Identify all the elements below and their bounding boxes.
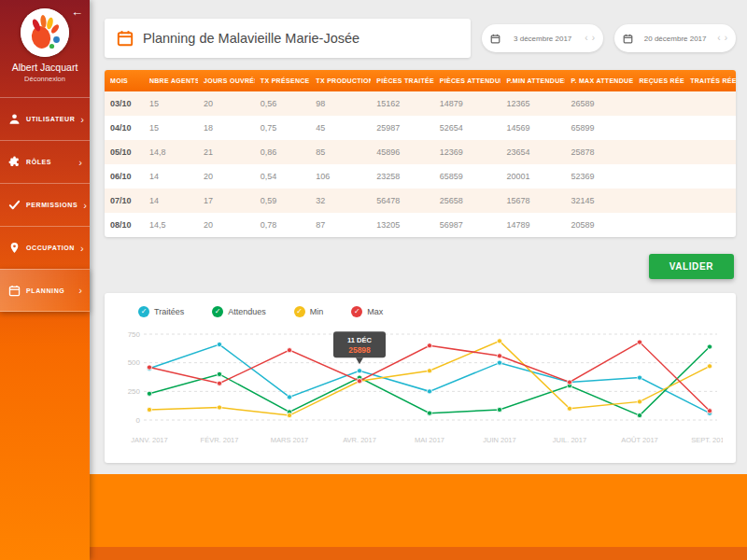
column-header: PIÈCES TRAITÉES [371, 70, 434, 91]
table-cell: 65859 [434, 164, 501, 189]
sidebar-menu: UTILISATEUR›RÔLES›PERMISSIONS›OCCUPATION… [0, 97, 90, 312]
validate-button[interactable]: VALIDER [649, 254, 734, 279]
column-header: PIÈCES ATTENDUES [434, 70, 501, 91]
cell-reel-input[interactable] [684, 164, 736, 189]
data-point[interactable] [427, 369, 431, 373]
checkmark-icon [8, 199, 21, 211]
sidebar-item-utilisateur[interactable]: UTILISATEUR› [0, 97, 90, 140]
date-picker-from[interactable]: 3 décembre 2017 ‹ › [482, 24, 603, 52]
table-cell: 23258 [371, 164, 434, 189]
table-row: 07/1014170,593256478256581567832145 [105, 189, 736, 213]
data-point[interactable] [497, 339, 501, 343]
planning-chart: 0250500750JANV. 2017FÉVR. 2017MARS 2017A… [118, 323, 723, 452]
data-point[interactable] [147, 407, 151, 412]
data-point[interactable] [497, 407, 501, 412]
data-point[interactable] [287, 413, 291, 417]
sidebar-item-label: RÔLES [26, 159, 51, 165]
legend-item-max[interactable]: ✓Max [351, 306, 383, 317]
table-cell: 14879 [434, 91, 501, 116]
cell-reel-input[interactable] [633, 91, 684, 116]
chevron-right-icon[interactable]: › [592, 34, 595, 43]
table-cell: 12369 [434, 140, 501, 164]
column-header: P. MAX ATTENDUES [565, 70, 633, 91]
data-point[interactable] [567, 406, 571, 411]
data-point[interactable] [217, 342, 221, 346]
data-point[interactable] [567, 380, 571, 385]
cell-reel-input[interactable] [633, 140, 684, 164]
back-arrow-icon[interactable]: ← [71, 5, 83, 19]
legend-check-icon: ✓ [138, 306, 149, 317]
table-cell: 13205 [371, 213, 434, 237]
data-point[interactable] [427, 389, 431, 394]
cell-reel-input[interactable] [633, 164, 684, 189]
data-point[interactable] [147, 391, 151, 396]
date-from-value: 3 décembre 2017 [504, 35, 581, 43]
series-line [149, 346, 710, 415]
legend-item-traitées[interactable]: ✓Traitées [138, 306, 184, 317]
chevron-left-icon[interactable]: ‹ [717, 34, 720, 43]
sidebar-item-permissions[interactable]: PERMISSIONS› [0, 183, 90, 226]
data-point[interactable] [637, 399, 641, 404]
cell-reel-input[interactable] [684, 116, 736, 140]
column-header: TRAITÉS RÉEL [684, 70, 736, 91]
data-point[interactable] [357, 369, 361, 373]
footer-strip [0, 547, 747, 560]
table-row: 08/1014,5200,788713205569871478920589 [105, 213, 736, 237]
cell-reel-input[interactable] [633, 189, 684, 213]
date-picker-to[interactable]: 20 décembre 2017 ‹ › [614, 24, 736, 52]
cell-reel-input[interactable] [684, 91, 736, 116]
table-cell: 32 [310, 189, 371, 213]
table-cell: 20001 [500, 164, 565, 189]
sidebar-item-occupation[interactable]: OCCUPATION› [0, 226, 90, 269]
table-cell: 0,78 [255, 213, 310, 237]
series-line [149, 343, 710, 412]
actions-row: VALIDER [105, 254, 734, 279]
legend-label: Attendues [228, 307, 266, 316]
legend-item-min[interactable]: ✓Min [294, 306, 324, 317]
data-point[interactable] [217, 371, 221, 376]
chevron-right-icon[interactable]: › [725, 34, 727, 43]
cell-reel-input[interactable] [684, 189, 736, 213]
table-cell: 0,75 [255, 116, 310, 140]
sidebar-item-planning[interactable]: PLANNING› [0, 269, 90, 312]
data-point[interactable] [497, 360, 501, 365]
data-point[interactable] [427, 411, 431, 415]
data-point[interactable] [707, 344, 712, 349]
x-tick-label: FÉVR. 2017 [201, 436, 239, 444]
page-header: Planning de Malavieille Marie-Josée [105, 19, 471, 58]
data-point[interactable] [637, 413, 641, 417]
cell-reel-input[interactable] [684, 213, 736, 237]
chevron-left-icon[interactable]: ‹ [585, 34, 587, 43]
page-title: Planning de Malavieille Marie-Josée [143, 31, 359, 46]
data-point[interactable] [497, 354, 501, 358]
app-window: ← Albert Jacquart Déconnexion UTILISATEU… [0, 0, 747, 560]
data-point[interactable] [427, 343, 431, 348]
table-cell: 32145 [565, 189, 633, 213]
data-point[interactable] [217, 405, 221, 410]
data-point[interactable] [707, 409, 712, 413]
logout-link[interactable]: Déconnexion [0, 75, 90, 83]
data-point[interactable] [147, 365, 151, 370]
cell-reel-input[interactable] [633, 116, 684, 140]
table-cell: 07/10 [105, 189, 144, 213]
data-point[interactable] [357, 379, 361, 384]
table-cell: 04/10 [105, 116, 144, 140]
cell-reel-input[interactable] [633, 213, 684, 237]
data-point[interactable] [287, 348, 291, 353]
data-point[interactable] [637, 340, 641, 344]
sidebar-item-rôles[interactable]: RÔLES› [0, 140, 90, 183]
calendar-icon [117, 30, 134, 47]
table-cell: 14 [144, 164, 198, 189]
series-traitées [147, 342, 712, 415]
data-point[interactable] [637, 375, 641, 380]
tooltip-value: 25898 [348, 345, 371, 355]
chart-tooltip: 11 DÉC25898 [333, 331, 386, 364]
planning-table: MOISNBRE AGENTSJOURS OUVRÉSTX PRÉSENCETX… [105, 70, 736, 237]
legend-item-attendues[interactable]: ✓Attendues [212, 306, 266, 317]
data-point[interactable] [707, 364, 712, 369]
cell-reel-input[interactable] [684, 140, 736, 164]
data-point[interactable] [217, 381, 221, 385]
table-cell: 23654 [500, 140, 565, 164]
data-point[interactable] [287, 395, 291, 399]
table-cell: 14,8 [144, 140, 198, 164]
